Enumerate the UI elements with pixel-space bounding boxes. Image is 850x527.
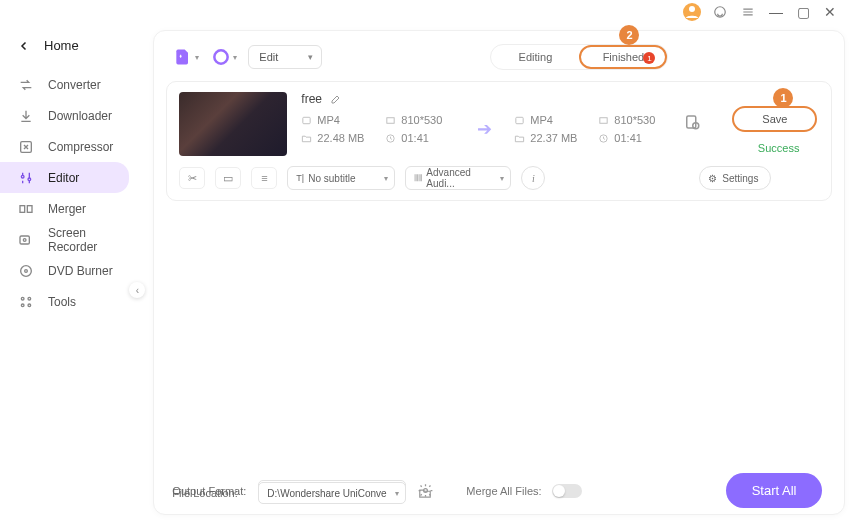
svg-point-10 — [25, 269, 28, 272]
svg-point-12 — [28, 297, 31, 300]
audio-select[interactable]: ⦀⦀Advanced Audi... — [405, 166, 511, 190]
svg-rect-7 — [20, 236, 29, 244]
dimensions-icon — [598, 115, 609, 126]
subtitle-label: No subtitle — [308, 173, 355, 184]
file-location-select[interactable]: D:\Wondershare UniConverter 1 — [258, 482, 406, 504]
sidebar-item-label: Tools — [48, 295, 76, 309]
sidebar-item-label: Downloader — [48, 109, 112, 123]
chevron-left-icon — [18, 40, 30, 52]
sidebar-item-label: Screen Recorder — [48, 226, 113, 254]
dst-duration: 01:41 — [598, 132, 668, 144]
subtitle-select[interactable]: T|No subtitle — [287, 166, 395, 190]
video-thumbnail[interactable] — [179, 92, 287, 156]
sidebar-item-downloader[interactable]: Downloader — [0, 100, 129, 131]
svg-rect-5 — [20, 205, 25, 212]
file-title: free — [301, 92, 322, 106]
svg-point-14 — [28, 304, 31, 307]
sidebar-home[interactable]: Home — [0, 32, 137, 69]
save-button[interactable]: 1 Save — [732, 106, 817, 132]
support-icon[interactable] — [711, 3, 729, 21]
file-card: free MP4 810*530 22.48 MB — [166, 81, 832, 201]
sidebar-item-label: Converter — [48, 78, 101, 92]
sidebar-item-label: Editor — [48, 171, 79, 185]
save-button-label: Save — [762, 113, 787, 125]
avatar-icon[interactable] — [683, 3, 701, 21]
svg-point-0 — [689, 6, 695, 12]
window-maximize[interactable]: ▢ — [795, 4, 812, 20]
callout-badge-1: 1 — [773, 88, 793, 108]
svg-point-4 — [28, 178, 31, 181]
folder-icon — [514, 133, 525, 144]
audio-label: Advanced Audi... — [426, 167, 490, 189]
edit-mode-label: Edit — [259, 51, 278, 63]
sidebar-item-merger[interactable]: Merger — [0, 193, 129, 224]
sidebar-item-label: Merger — [48, 202, 86, 216]
finished-count-badge: 1 — [643, 52, 655, 64]
tab-finished[interactable]: Finished 1 — [579, 45, 667, 69]
clock-icon — [598, 133, 609, 144]
src-size: 22.48 MB — [301, 132, 371, 144]
menu-icon[interactable] — [739, 3, 757, 21]
sidebar: Home Converter Downloader Compressor Edi… — [0, 24, 137, 527]
add-url-button[interactable]: ▾ — [210, 43, 238, 71]
merge-icon — [18, 201, 34, 217]
gear-icon: ⚙ — [708, 173, 717, 184]
src-resolution: 810*530 — [385, 114, 455, 126]
disc-icon — [18, 263, 34, 279]
dst-format: MP4 — [514, 114, 584, 126]
dst-resolution: 810*530 — [598, 114, 668, 126]
arrow-icon: ➔ — [473, 118, 496, 140]
cut-button[interactable]: ✂ — [179, 167, 205, 189]
sidebar-item-screen-recorder[interactable]: Screen Recorder — [0, 224, 129, 255]
svg-rect-6 — [27, 205, 32, 212]
tab-editing[interactable]: Editing — [491, 45, 579, 69]
edit-title-icon[interactable] — [330, 93, 342, 105]
edit-mode-select[interactable]: Edit — [248, 45, 322, 69]
add-file-button[interactable]: ▾ — [172, 43, 200, 71]
window-close[interactable]: ✕ — [822, 4, 838, 20]
info-button[interactable]: i — [521, 166, 545, 190]
sidebar-home-label: Home — [44, 38, 79, 53]
sidebar-item-dvd-burner[interactable]: DVD Burner — [0, 255, 129, 286]
svg-point-8 — [23, 238, 26, 241]
effects-button[interactable]: ≡ — [251, 167, 277, 189]
merge-toggle[interactable] — [552, 484, 582, 498]
download-icon — [18, 108, 34, 124]
sidebar-item-label: Compressor — [48, 140, 113, 154]
sidebar-item-tools[interactable]: Tools — [0, 286, 129, 317]
sidebar-item-compressor[interactable]: Compressor — [0, 131, 129, 162]
file-location-label: File Location: — [172, 487, 248, 499]
sidebar-item-converter[interactable]: Converter — [0, 69, 129, 100]
status-success: Success — [758, 142, 800, 154]
sidebar-item-label: DVD Burner — [48, 264, 113, 278]
src-duration: 01:41 — [385, 132, 455, 144]
svg-point-13 — [21, 304, 24, 307]
folder-icon — [301, 133, 312, 144]
callout-badge-2: 2 — [619, 25, 639, 45]
clock-icon — [385, 133, 396, 144]
svg-point-9 — [21, 265, 32, 276]
settings-label: Settings — [722, 173, 758, 184]
segmented-tabs: 2 Editing Finished 1 — [490, 44, 668, 70]
crop-button[interactable]: ▭ — [215, 167, 241, 189]
record-icon — [18, 232, 34, 248]
svg-rect-17 — [387, 117, 394, 123]
file-options-icon[interactable] — [682, 112, 702, 132]
film-icon — [514, 115, 525, 126]
svg-point-11 — [21, 297, 24, 300]
editor-icon — [18, 170, 34, 186]
dimensions-icon — [385, 115, 396, 126]
compress-icon — [18, 139, 34, 155]
film-icon — [301, 115, 312, 126]
sidebar-item-editor[interactable]: Editor — [0, 162, 129, 193]
svg-rect-20 — [600, 117, 607, 123]
dst-size: 22.37 MB — [514, 132, 584, 144]
open-folder-icon[interactable] — [416, 484, 434, 502]
window-minimize[interactable]: — — [767, 4, 785, 20]
tools-icon — [18, 294, 34, 310]
converter-icon — [18, 77, 34, 93]
svg-rect-22 — [687, 116, 696, 128]
svg-rect-16 — [303, 117, 310, 123]
file-settings-button[interactable]: ⚙Settings — [699, 166, 771, 190]
src-format: MP4 — [301, 114, 371, 126]
